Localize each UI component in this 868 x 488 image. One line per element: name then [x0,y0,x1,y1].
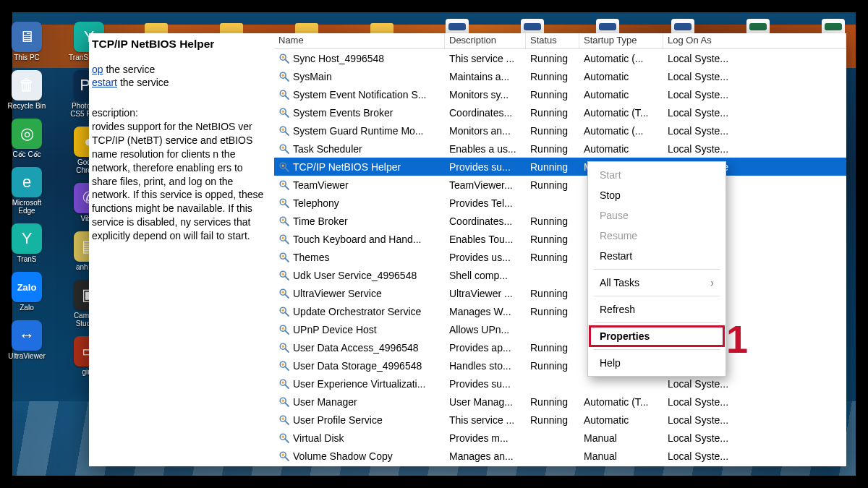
service-gear-icon [278,378,290,390]
service-gear-icon [278,450,290,462]
service-gear-icon [278,71,290,82]
col-description[interactable]: Description [445,33,526,48]
service-logon: Local Syste... [663,143,846,155]
menu-item-label: Help [600,357,621,369]
service-status: Running [526,252,579,263]
service-logon: Local Syste... [663,125,846,137]
service-description: Provides su... [445,161,526,173]
svg-point-43 [282,435,284,437]
service-row[interactable]: TeamViewerTeamViewer...Runninge... [274,176,846,194]
service-startup-type: Automatic [579,414,663,426]
service-startup-type: Automatic (... [579,125,663,137]
menu-item-all-tasks[interactable]: All Tasks [590,273,724,293]
service-name: TeamViewer [293,179,349,191]
stop-service-link[interactable]: op [92,64,103,75]
svg-point-29 [282,309,284,311]
service-status: Running [526,342,579,354]
service-gear-icon [278,270,290,281]
menu-separator [594,322,720,323]
service-row[interactable]: System Events BrokerCoordinates...Runnin… [274,103,846,121]
service-row[interactable]: TCP/IP NetBIOS HelperProvides su...Runni… [274,158,846,176]
service-name: Update Orchestrator Service [293,306,421,317]
menu-item-refresh[interactable]: Refresh [590,299,724,320]
desktop-icon-label: Microsoft Edge [4,199,49,215]
service-name: Touch Keyboard and Hand... [293,234,421,245]
service-row[interactable]: UltraViewer ServiceUltraViewer ...Runnin… [274,284,846,302]
service-status: Running [526,414,579,426]
service-description: User Manag... [445,396,526,408]
menu-item-stop[interactable]: Stop [590,185,724,205]
svg-point-41 [282,417,284,419]
menu-item-label: Resume [600,230,637,241]
menu-item-help[interactable]: Help [590,353,724,373]
service-row[interactable]: ThemesProvides us...Running... [274,248,846,266]
col-startup-type[interactable]: Startup Type [579,33,663,48]
menu-item-label: Restart [600,250,632,262]
service-row[interactable]: Udk User Service_4996548Shell comp... [274,266,846,284]
desktop-icon[interactable]: YTranS [4,223,49,263]
service-name: User Profile Service [293,414,383,426]
service-row[interactable]: Task SchedulerEnables a us...RunningAuto… [274,140,846,158]
annotation-step-1: 1 [726,317,748,361]
svg-point-33 [282,345,284,347]
desktop-icon[interactable]: ◎Cốc Cốc [4,119,49,158]
service-row[interactable]: User Data Access_4996548Provides ap...Ru… [274,338,846,356]
menu-item-restart[interactable]: Restart [590,246,724,266]
service-logon: Local Syste... [663,396,846,408]
col-name[interactable]: Name [274,33,445,48]
service-name: Udk User Service_4996548 [293,270,417,281]
app-icon: e [12,167,42,197]
service-row[interactable]: Touch Keyboard and Hand...Enables Tou...… [274,230,846,248]
menu-item-label: Start [600,169,621,181]
svg-point-39 [282,399,284,401]
service-row[interactable]: User Data Storage_4996548Handles sto...R… [274,356,846,374]
service-row[interactable]: SysMainMaintains a...RunningAutomaticLoc… [274,67,846,85]
service-logon: Local Syste... [663,53,846,64]
selected-service-title: TCP/IP NetBIOS Helper [92,38,270,51]
service-startup-type: Automatic (... [579,53,663,64]
service-row[interactable]: Volume Shadow CopyManages an...ManualLoc… [274,447,846,465]
service-gear-icon [278,414,290,426]
app-icon: 🖥 [12,22,42,52]
service-row[interactable]: TelephonyProvides Tel...... [274,194,846,212]
svg-point-25 [282,273,284,275]
desktop-icon[interactable]: ↔UltraViewer [4,320,49,360]
menu-item-label: Properties [600,330,650,342]
service-name: User Experience Virtualizati... [293,378,425,390]
desktop-icon-label: Cốc Cốc [12,150,41,158]
service-description: Handles sto... [445,360,526,372]
desktop-icon[interactable]: 🗑Recycle Bin [4,70,49,110]
svg-point-17 [282,200,284,202]
menu-item-properties[interactable]: Properties [590,326,724,346]
services-column-headers[interactable]: Name Description Status Startup Type Log… [274,33,846,49]
desktop-icon[interactable]: eMicrosoft Edge [4,167,49,215]
service-startup-type: Automatic (T... [579,396,663,408]
service-name: System Events Broker [293,107,393,119]
service-logon: Local Syste... [663,89,846,100]
service-row[interactable]: System Event Notification S...Monitors s… [274,85,846,103]
services-window: TCP/IP NetBIOS Helper op the service est… [89,33,846,466]
service-description: Provides su... [445,378,526,390]
col-log-on-as[interactable]: Log On As [663,33,846,48]
service-gear-icon [278,288,290,299]
service-gear-icon [278,143,290,155]
service-row[interactable]: Sync Host_4996548This service ...Running… [274,49,846,67]
service-status: Running [526,125,579,137]
service-row[interactable]: UPnP Device HostAllows UPn...o... [274,320,846,338]
service-row[interactable]: User ManagerUser Manag...RunningAutomati… [274,393,846,411]
restart-service-link[interactable]: estart [92,77,117,88]
service-row[interactable]: User Experience Virtualizati...Provides … [274,374,846,393]
desktop-icon[interactable]: 🖥This PC [4,22,49,61]
service-description: Coordinates... [445,215,526,227]
service-row[interactable]: System Guard Runtime Mo...Monitors an...… [274,121,846,140]
service-row[interactable]: Update Orchestrator ServiceManages W...R… [274,302,846,320]
service-row[interactable]: User Profile ServiceThis service ...Runn… [274,411,846,429]
app-icon: ◎ [12,119,42,149]
service-name: User Data Storage_4996548 [293,360,422,372]
service-row[interactable]: Virtual DiskProvides m...ManualLocal Sys… [274,429,846,447]
col-status[interactable]: Status [526,33,579,48]
service-status: Running [526,288,579,299]
desktop-icon[interactable]: ZaloZalo [4,272,49,312]
service-row[interactable]: Time BrokerCoordinates...Runningice [274,212,846,230]
service-gear-icon [278,107,290,119]
